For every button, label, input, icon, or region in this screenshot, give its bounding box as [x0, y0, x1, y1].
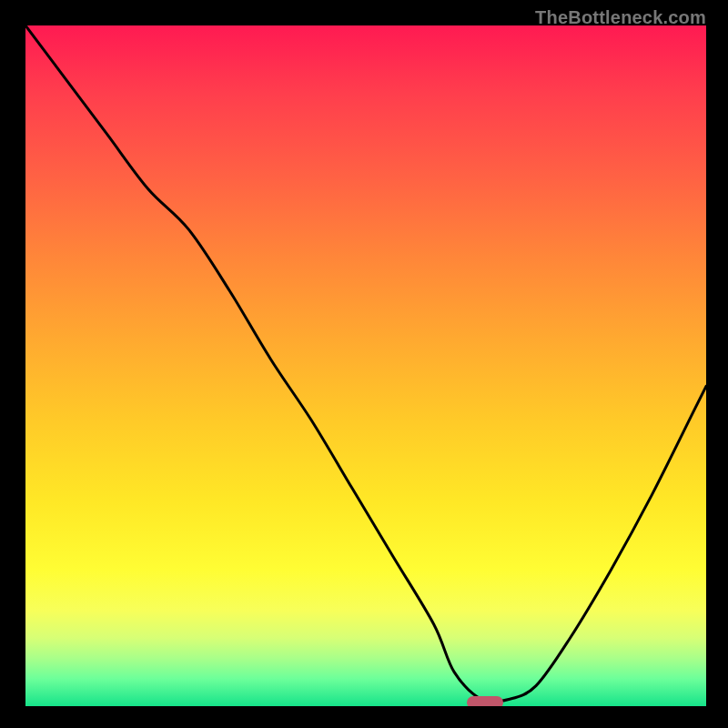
- chart-frame: TheBottleneck.com: [0, 0, 728, 728]
- optimal-marker: [467, 696, 503, 706]
- plot-area: [25, 25, 706, 706]
- bottleneck-curve: [25, 25, 706, 706]
